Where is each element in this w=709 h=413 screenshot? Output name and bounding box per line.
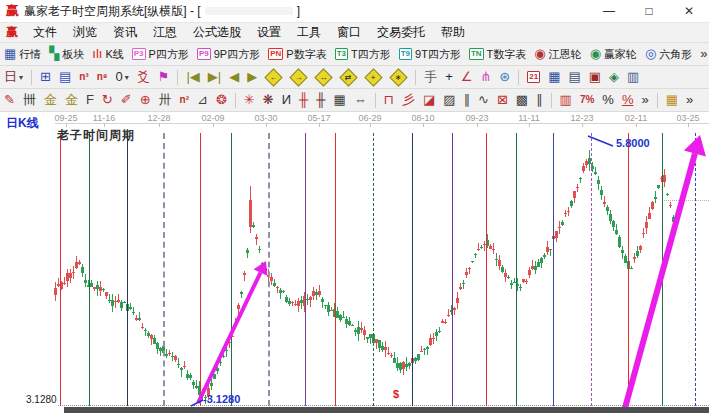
menu-news[interactable]: 资讯 <box>105 24 145 41</box>
bottom-scrollbar[interactable] <box>64 407 709 413</box>
minimize-button[interactable]: — <box>589 0 629 22</box>
ray-star-tool[interactable]: ✳ <box>241 90 258 110</box>
width-measure-tool[interactable]: ⇔ <box>351 90 370 110</box>
save-icon[interactable]: ▣ <box>586 67 604 87</box>
brush-tool[interactable]: ✐ <box>118 90 135 110</box>
compress-view-icon[interactable]: ⊞ <box>37 67 54 87</box>
column-stats-tool[interactable]: ▥ <box>557 90 575 110</box>
wave-mark-tool[interactable]: И <box>279 90 294 110</box>
pen-tool[interactable]: ✎ <box>1 90 18 110</box>
menu-tools[interactable]: 工具 <box>289 24 329 41</box>
quotes-button[interactable]: ▦行情 <box>1 44 44 64</box>
prev-page-button[interactable]: ◀ <box>226 67 242 87</box>
hexagon-button[interactable]: ◎六角形 <box>642 44 695 64</box>
hand-tool-button[interactable]: 手 <box>421 67 440 87</box>
angle-flag-tool[interactable]: ⊿ <box>194 90 211 110</box>
save-all-icon[interactable]: ◈ <box>606 67 622 87</box>
draw-toolbar-overflow[interactable]: » <box>638 90 651 110</box>
percent-line-tool[interactable]: % <box>619 90 637 110</box>
winner-wheel-button[interactable]: ◉赢家轮 <box>587 44 640 64</box>
percent-7-tool[interactable]: 7% <box>577 90 597 110</box>
t-digit-table-button[interactable]: TNT数字表 <box>466 44 529 64</box>
notes-icon[interactable]: ▤ <box>565 67 583 87</box>
frame-tool[interactable]: ⊓ <box>381 90 397 110</box>
layout-overflow[interactable]: » <box>683 90 696 110</box>
grid-fence-tool[interactable]: ▦ <box>330 90 348 110</box>
layout-grid-button[interactable]: ▦ <box>663 90 681 110</box>
chart-area[interactable]: 日K线 老子时间周期 09-2511-1612-2802-0903-3005-1… <box>0 112 709 413</box>
toolbar-separator <box>415 70 416 85</box>
period-selector[interactable]: 日▾ <box>1 67 26 87</box>
time-lines-tool-1[interactable]: ╫ <box>296 90 311 110</box>
menu-browse[interactable]: 浏览 <box>65 24 105 41</box>
period-label: 日K线 <box>6 115 39 132</box>
next-page-button-icon: ▶ <box>247 70 257 84</box>
fib-f-tool[interactable]: F <box>83 90 97 110</box>
mini-chart-3-icon[interactable]: n³ <box>76 67 91 87</box>
menu-formula-stock-pick[interactable]: 公式选股 <box>185 24 249 41</box>
sectors-button[interactable]: ▚板块 <box>46 44 87 64</box>
diamond-hspan-button[interactable]: ↔ <box>312 67 335 87</box>
cycle-line <box>200 133 201 406</box>
star-box-tool[interactable]: ⊠ <box>494 90 511 110</box>
grid-fence-tool-icon: ▦ <box>333 93 345 107</box>
p-digit-table-button[interactable]: PNP数字表 <box>265 44 329 64</box>
crosshair-tool-button[interactable]: + <box>442 67 456 87</box>
compass-target-tool[interactable]: ❂ <box>213 90 230 110</box>
calculator-icon[interactable]: ▦ <box>545 67 563 87</box>
percent-tool[interactable]: % <box>599 90 617 110</box>
spiral-tool[interactable]: ↻ <box>99 90 116 110</box>
diamond-right-button[interactable]: → <box>287 67 310 87</box>
menu-file[interactable]: 文件 <box>25 24 65 41</box>
calendar-icon[interactable]: 21 <box>524 67 543 87</box>
gold-ratio-tool-2[interactable]: 金 <box>62 90 81 110</box>
t-square-button[interactable]: T3T四方形 <box>332 44 394 64</box>
hatch-box-tool[interactable]: ▩ <box>513 90 531 110</box>
last-page-button[interactable]: ▶| <box>205 67 224 87</box>
main-toolbar-overflow[interactable]: » <box>697 44 709 64</box>
next-page-button[interactable]: ▶ <box>244 67 260 87</box>
diamond-plus-button[interactable]: + <box>362 67 385 87</box>
kline-button[interactable]: ılıK线 <box>89 44 126 64</box>
menu-gann[interactable]: 江恩 <box>145 24 185 41</box>
first-page-button[interactable]: |◀ <box>183 67 202 87</box>
sphere-tool-button[interactable]: ⊛ <box>496 67 513 87</box>
gann-grid-button[interactable]: ⋔ <box>477 67 494 87</box>
candle-style-selector[interactable]: 0▾ <box>113 67 132 87</box>
zigzag-tool[interactable]: ∿ <box>475 90 492 110</box>
pattern-icon[interactable]: 爻 <box>134 67 153 87</box>
time-lines-tool-2[interactable]: ╫ <box>313 90 328 110</box>
diamond-cross-button[interactable]: ∗ <box>387 67 410 87</box>
angle-measure-button[interactable]: ∠ <box>458 67 476 87</box>
gold-ratio-tool-1[interactable]: 金 <box>41 90 60 110</box>
web-box-tool[interactable]: ▨ <box>440 90 458 110</box>
p9-square-button[interactable]: P99P四方形 <box>194 44 263 64</box>
gann-circle-tool[interactable]: ⊕ <box>137 90 154 110</box>
menu-trade[interactable]: 交易委托 <box>369 24 433 41</box>
gann-wheel-button[interactable]: ◉江恩轮 <box>531 44 584 64</box>
comb-tool[interactable]: 卌 <box>20 90 39 110</box>
x-axis-tick <box>582 123 583 127</box>
navigation-toolbar: 日▾⊞▤n³n⁸0▾爻⚑|◀▶|◀▶←→↔⇄+∗手+∠⋔⊛21▦▤▣◈▥ <box>0 66 709 89</box>
list-view-icon[interactable]: ▤ <box>56 67 74 87</box>
diamond-swap-button[interactable]: ⇄ <box>337 67 360 87</box>
menu-window[interactable]: 窗口 <box>329 24 369 41</box>
diamond-swap-button-glyph: ⇄ <box>345 73 352 81</box>
maximize-button[interactable]: □ <box>629 0 669 22</box>
mini-chart-8-icon[interactable]: n⁸ <box>94 67 111 87</box>
web-grid-tool[interactable]: ❋ <box>260 90 277 110</box>
p-square-button[interactable]: P3P四方形 <box>129 44 192 64</box>
fan-rays-tool[interactable]: 彡 <box>399 90 418 110</box>
parallel-lines-tool[interactable]: ∥ <box>460 90 473 110</box>
menu-settings[interactable]: 设置 <box>249 24 289 41</box>
export-icon[interactable]: ▥ <box>624 67 642 87</box>
fan-box-tool[interactable]: ◪ <box>420 90 438 110</box>
menu-help[interactable]: 帮助 <box>433 24 473 41</box>
close-button[interactable]: ✕ <box>669 0 709 22</box>
n-square-tool[interactable]: n² <box>177 90 192 110</box>
flag-icon[interactable]: ⚑ <box>155 67 173 87</box>
dense-comb-tool[interactable]: 卅 <box>156 90 175 110</box>
diamond-left-button[interactable]: ← <box>262 67 285 87</box>
multi-parallel-tool[interactable]: ∥ <box>533 90 546 110</box>
t9-square-button[interactable]: T99T四方形 <box>396 44 464 64</box>
